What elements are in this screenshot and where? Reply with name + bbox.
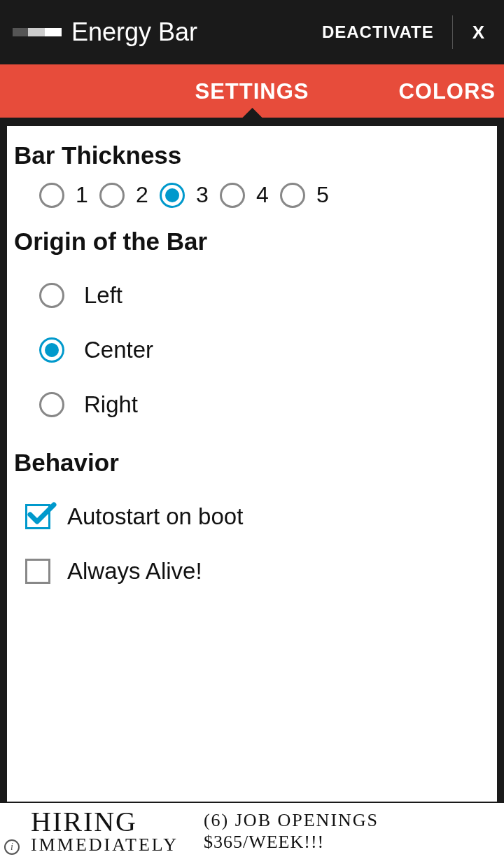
- ad-openings-text: (6) JOB OPENINGS: [204, 809, 379, 831]
- app-header: Energy Bar DEACTIVATE X: [0, 0, 504, 64]
- tab-settings-label: SETTINGS: [195, 79, 309, 104]
- ad-info-icon[interactable]: i: [4, 839, 20, 855]
- origin-radio-left[interactable]: [39, 283, 64, 308]
- checkbox-label-autostart: Autostart on boot: [67, 503, 243, 530]
- app-title: Energy Bar: [71, 18, 304, 47]
- origin-item-right[interactable]: Right: [39, 377, 490, 432]
- ad-banner[interactable]: i HIRING IMMEDIATELY (6) JOB OPENINGS $3…: [0, 803, 504, 859]
- origin-radio-center[interactable]: [39, 337, 64, 363]
- ad-immediately-text: IMMEDIATELY: [31, 836, 178, 854]
- deactivate-button[interactable]: DEACTIVATE: [304, 15, 452, 49]
- checkbox-autostart[interactable]: [25, 504, 50, 529]
- thickness-radio-3[interactable]: [160, 183, 185, 208]
- thickness-label-1: 1: [70, 182, 94, 208]
- ad-hiring-text: HIRING: [31, 808, 178, 836]
- tab-settings[interactable]: SETTINGS: [195, 66, 309, 118]
- thickness-label-2: 2: [130, 182, 154, 208]
- active-tab-indicator-icon: [241, 108, 262, 118]
- origin-radio-right[interactable]: [39, 392, 64, 417]
- behavior-item-autostart[interactable]: Autostart on boot: [25, 489, 490, 544]
- origin-radio-group: Left Center Right: [14, 268, 490, 432]
- tab-bar: SETTINGS COLORS: [0, 64, 504, 118]
- behavior-heading: Behavior: [14, 449, 490, 477]
- thickness-radio-4[interactable]: [220, 183, 245, 208]
- app-logo-icon: [13, 28, 62, 36]
- checkbox-label-always-alive: Always Alive!: [67, 558, 202, 585]
- thickness-radio-group: 1 2 3 4 5: [14, 182, 490, 208]
- origin-heading: Origin of the Bar: [14, 228, 490, 256]
- thickness-label-4: 4: [251, 182, 274, 208]
- origin-label-left: Left: [84, 282, 122, 309]
- origin-item-center[interactable]: Center: [39, 323, 490, 377]
- settings-panel: Bar Thickness 1 2 3 4 5 Origin of the Ba…: [7, 126, 497, 802]
- thickness-radio-1[interactable]: [39, 183, 64, 208]
- thickness-label-3: 3: [190, 182, 214, 208]
- thickness-label-5: 5: [311, 182, 335, 208]
- thickness-radio-2[interactable]: [99, 183, 125, 208]
- ad-pay-text: $365/WEEK!!!: [204, 831, 379, 853]
- close-button[interactable]: X: [453, 22, 504, 43]
- behavior-checkbox-group: Autostart on boot Always Alive!: [14, 489, 490, 599]
- origin-label-center: Center: [84, 337, 153, 363]
- thickness-heading: Bar Thickness: [14, 141, 490, 169]
- behavior-item-always-alive[interactable]: Always Alive!: [25, 544, 490, 599]
- origin-item-left[interactable]: Left: [39, 268, 490, 323]
- checkmark-icon: [26, 499, 57, 530]
- thickness-radio-5[interactable]: [280, 183, 305, 208]
- tab-colors-label: COLORS: [398, 79, 496, 104]
- origin-label-right: Right: [84, 391, 138, 418]
- checkbox-always-alive[interactable]: [25, 559, 50, 584]
- tab-colors[interactable]: COLORS: [398, 66, 496, 118]
